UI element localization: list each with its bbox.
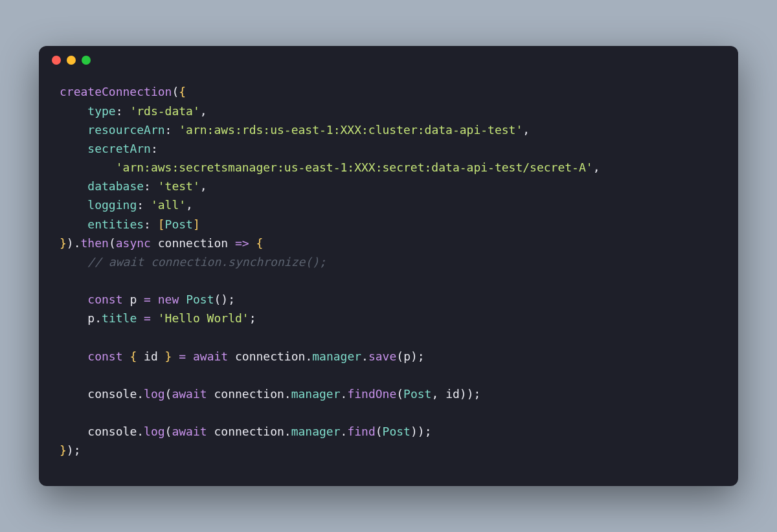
token-prop-logging: logging	[87, 198, 137, 212]
token-colon: :	[165, 123, 172, 137]
token-paren-open: (	[172, 85, 179, 98]
token-paren-close: )	[460, 387, 467, 401]
token-prop: manager	[291, 425, 341, 438]
token-class: Post	[186, 293, 214, 306]
token-keyword: await	[172, 425, 207, 438]
token-prop-secretarn: secretArn	[87, 142, 151, 155]
token-prop-type: type	[87, 104, 115, 118]
token-keyword: const	[87, 293, 122, 306]
token-keyword: const	[87, 349, 122, 363]
window-titlebar	[39, 46, 738, 74]
token-function: save	[368, 349, 396, 363]
token-brace-close: }	[165, 349, 172, 363]
token-semi: ;	[74, 443, 81, 457]
token-paren-open: (	[376, 425, 383, 438]
token-arrow: =>	[235, 236, 249, 250]
token-brace-close: }	[60, 443, 67, 457]
token-string: 'test'	[158, 179, 200, 193]
token-function: createConnection	[60, 85, 172, 98]
token-prop: title	[102, 311, 137, 325]
token-comma: ,	[431, 387, 438, 401]
token-semi: ;	[418, 349, 425, 363]
token-paren-open: (	[109, 236, 116, 250]
code-window: createConnection({ type: 'rds-data', res…	[39, 46, 738, 485]
token-identifier: console	[87, 387, 137, 401]
token-semi: ;	[474, 387, 481, 401]
token-string: 'Hello World'	[158, 311, 249, 325]
token-string: 'all'	[151, 198, 186, 212]
token-colon: :	[144, 217, 151, 231]
token-class: Post	[383, 425, 411, 438]
token-operator: =	[144, 311, 151, 325]
token-dot: .	[74, 236, 81, 250]
close-dot-icon[interactable]	[52, 56, 61, 65]
token-operator: =	[179, 349, 186, 363]
maximize-dot-icon[interactable]	[82, 56, 91, 65]
token-paren-open: (	[396, 387, 403, 401]
token-colon: :	[116, 104, 123, 118]
token-colon: :	[137, 198, 144, 212]
token-string: 'arn:aws:secretsmanager:us-east-1:XXX:se…	[116, 161, 593, 174]
token-bracket-open: [	[158, 217, 165, 231]
token-prop: manager	[312, 349, 361, 363]
token-prop-database: database	[87, 179, 144, 193]
token-semi: ;	[228, 293, 235, 306]
token-dot: .	[305, 349, 312, 363]
token-identifier: p	[130, 293, 137, 306]
token-dot: .	[137, 425, 144, 438]
token-dot: .	[137, 387, 144, 401]
token-brace-open: {	[256, 236, 264, 250]
token-keyword: new	[158, 293, 179, 306]
token-dot: .	[284, 387, 291, 401]
token-string: 'rds-data'	[130, 104, 199, 118]
token-brace-open: {	[179, 85, 186, 98]
token-identifier: connection	[235, 349, 305, 363]
token-brace-open: {	[130, 349, 137, 363]
token-function: find	[347, 425, 375, 438]
token-string: 'arn:aws:rds:us-east-1:XXX:cluster:data-…	[179, 123, 523, 137]
token-function: findOne	[347, 387, 396, 401]
token-identifier: connection	[214, 425, 284, 438]
token-dot: .	[284, 425, 291, 438]
token-colon: :	[144, 179, 151, 193]
token-dot: .	[341, 387, 348, 401]
token-paren-close: )	[418, 425, 425, 438]
token-paren-close: )	[67, 236, 74, 250]
token-keyword: await	[172, 387, 207, 401]
token-bracket-close: ]	[193, 217, 200, 231]
token-comment: // await connection.synchronize();	[87, 255, 326, 269]
token-operator: =	[144, 293, 151, 306]
token-paren-open: (	[165, 387, 172, 401]
token-paren-close: )	[411, 425, 418, 438]
token-comma: ,	[200, 104, 207, 118]
token-identifier: id	[144, 349, 158, 363]
token-function: then	[81, 236, 109, 250]
token-comma: ,	[200, 179, 207, 193]
token-paren-close: )	[67, 443, 74, 457]
token-paren-close: )	[411, 349, 418, 363]
token-keyword: async	[116, 236, 151, 250]
token-function: log	[144, 387, 165, 401]
token-prop: manager	[291, 387, 341, 401]
token-comma: ,	[593, 161, 600, 174]
token-paren-open: (	[396, 349, 403, 363]
token-keyword: await	[193, 349, 228, 363]
minimize-dot-icon[interactable]	[67, 56, 76, 65]
token-comma: ,	[186, 198, 193, 212]
token-prop-entities: entities	[87, 217, 144, 231]
token-semi: ;	[425, 425, 432, 438]
token-brace-close: }	[60, 236, 67, 250]
token-identifier: id	[445, 387, 460, 401]
token-colon: :	[151, 142, 158, 155]
token-identifier: console	[87, 425, 137, 438]
code-block: createConnection({ type: 'rds-data', res…	[39, 74, 738, 485]
token-identifier: connection	[158, 236, 228, 250]
token-class: Post	[403, 387, 431, 401]
token-comma: ,	[523, 123, 530, 137]
token-function: log	[144, 425, 165, 438]
token-parens: ()	[214, 293, 228, 306]
token-identifier: connection	[214, 387, 284, 401]
token-semi: ;	[249, 311, 256, 325]
token-prop-resourcearn: resourceArn	[87, 123, 164, 137]
token-dot: .	[341, 425, 348, 438]
